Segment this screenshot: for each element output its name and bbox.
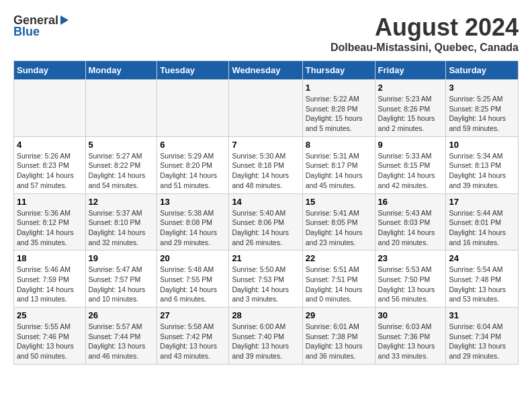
header-cell-friday: Friday <box>375 61 446 80</box>
day-cell: 22Sunrise: 5:51 AM Sunset: 7:51 PM Dayli… <box>302 250 375 308</box>
day-number: 27 <box>160 310 226 320</box>
day-number: 13 <box>160 197 226 207</box>
day-info: Sunrise: 5:41 AM Sunset: 8:05 PM Dayligh… <box>306 208 372 248</box>
day-cell: 7Sunrise: 5:30 AM Sunset: 8:18 PM Daylig… <box>229 136 302 193</box>
day-info: Sunrise: 5:25 AM Sunset: 8:25 PM Dayligh… <box>449 94 515 134</box>
day-number: 9 <box>378 140 443 150</box>
day-number: 19 <box>89 253 154 263</box>
logo: General Blue <box>13 13 69 39</box>
day-info: Sunrise: 5:36 AM Sunset: 8:12 PM Dayligh… <box>17 208 83 248</box>
day-info: Sunrise: 5:37 AM Sunset: 8:10 PM Dayligh… <box>89 208 154 248</box>
day-number: 22 <box>306 253 372 263</box>
day-number: 4 <box>17 140 83 150</box>
day-info: Sunrise: 5:48 AM Sunset: 7:55 PM Dayligh… <box>160 265 226 304</box>
day-info: Sunrise: 5:51 AM Sunset: 7:51 PM Dayligh… <box>306 265 372 304</box>
day-cell: 20Sunrise: 5:48 AM Sunset: 7:55 PM Dayli… <box>157 250 229 308</box>
day-cell <box>85 80 157 137</box>
day-cell: 11Sunrise: 5:36 AM Sunset: 8:12 PM Dayli… <box>14 193 86 250</box>
day-number: 28 <box>232 310 299 320</box>
header-row: SundayMondayTuesdayWednesdayThursdayFrid… <box>14 61 519 80</box>
day-cell: 12Sunrise: 5:37 AM Sunset: 8:10 PM Dayli… <box>85 193 157 250</box>
day-number: 7 <box>232 140 299 150</box>
day-cell: 25Sunrise: 5:55 AM Sunset: 7:46 PM Dayli… <box>14 308 86 365</box>
day-cell <box>157 80 229 137</box>
day-number: 5 <box>89 140 154 150</box>
day-info: Sunrise: 5:23 AM Sunset: 8:26 PM Dayligh… <box>378 94 443 134</box>
day-number: 12 <box>89 197 154 207</box>
day-cell: 27Sunrise: 5:58 AM Sunset: 7:42 PM Dayli… <box>157 308 229 365</box>
day-cell: 31Sunrise: 6:04 AM Sunset: 7:34 PM Dayli… <box>446 308 519 365</box>
week-row-1: 1Sunrise: 5:22 AM Sunset: 8:28 PM Daylig… <box>14 80 519 137</box>
day-info: Sunrise: 6:00 AM Sunset: 7:40 PM Dayligh… <box>232 322 299 361</box>
day-cell: 5Sunrise: 5:27 AM Sunset: 8:22 PM Daylig… <box>85 136 157 193</box>
logo-blue-text: Blue <box>13 25 40 39</box>
day-info: Sunrise: 5:29 AM Sunset: 8:20 PM Dayligh… <box>160 151 226 191</box>
day-number: 31 <box>449 310 515 320</box>
day-info: Sunrise: 5:34 AM Sunset: 8:13 PM Dayligh… <box>449 151 515 191</box>
day-cell: 9Sunrise: 5:33 AM Sunset: 8:15 PM Daylig… <box>375 136 446 193</box>
day-info: Sunrise: 5:26 AM Sunset: 8:23 PM Dayligh… <box>17 151 83 191</box>
day-number: 2 <box>378 83 443 93</box>
day-info: Sunrise: 5:55 AM Sunset: 7:46 PM Dayligh… <box>17 322 83 361</box>
day-info: Sunrise: 5:31 AM Sunset: 8:17 PM Dayligh… <box>306 151 372 191</box>
day-info: Sunrise: 6:01 AM Sunset: 7:38 PM Dayligh… <box>306 322 372 361</box>
header-cell-sunday: Sunday <box>14 61 86 80</box>
day-info: Sunrise: 6:04 AM Sunset: 7:34 PM Dayligh… <box>449 322 515 361</box>
day-cell: 24Sunrise: 5:54 AM Sunset: 7:48 PM Dayli… <box>446 250 519 308</box>
header-cell-tuesday: Tuesday <box>157 61 229 80</box>
day-number: 6 <box>160 140 226 150</box>
logo-arrow-icon <box>60 15 69 25</box>
header-cell-monday: Monday <box>85 61 157 80</box>
day-info: Sunrise: 5:58 AM Sunset: 7:42 PM Dayligh… <box>160 322 226 361</box>
day-number: 14 <box>232 197 299 207</box>
day-cell: 15Sunrise: 5:41 AM Sunset: 8:05 PM Dayli… <box>302 193 375 250</box>
day-cell: 2Sunrise: 5:23 AM Sunset: 8:26 PM Daylig… <box>375 80 446 137</box>
location-subtitle: Dolbeau-Mistassini, Quebec, Canada <box>330 42 519 54</box>
week-row-5: 25Sunrise: 5:55 AM Sunset: 7:46 PM Dayli… <box>14 308 519 365</box>
day-number: 1 <box>306 83 372 93</box>
day-number: 24 <box>449 253 515 263</box>
header-cell-saturday: Saturday <box>446 61 519 80</box>
day-cell: 13Sunrise: 5:38 AM Sunset: 8:08 PM Dayli… <box>157 193 229 250</box>
day-cell: 10Sunrise: 5:34 AM Sunset: 8:13 PM Dayli… <box>446 136 519 193</box>
calendar-table: SundayMondayTuesdayWednesdayThursdayFrid… <box>13 60 519 365</box>
day-cell: 28Sunrise: 6:00 AM Sunset: 7:40 PM Dayli… <box>229 308 302 365</box>
day-number: 8 <box>306 140 372 150</box>
day-info: Sunrise: 5:40 AM Sunset: 8:06 PM Dayligh… <box>232 208 299 248</box>
day-info: Sunrise: 6:03 AM Sunset: 7:36 PM Dayligh… <box>378 322 443 361</box>
day-info: Sunrise: 5:54 AM Sunset: 7:48 PM Dayligh… <box>449 265 515 304</box>
day-cell: 17Sunrise: 5:44 AM Sunset: 8:01 PM Dayli… <box>446 193 519 250</box>
header: General Blue August 2024 Dolbeau-Mistass… <box>13 13 519 54</box>
day-number: 17 <box>449 197 515 207</box>
day-info: Sunrise: 5:43 AM Sunset: 8:03 PM Dayligh… <box>378 208 443 248</box>
day-number: 15 <box>306 197 372 207</box>
day-number: 23 <box>378 253 443 263</box>
title-area: August 2024 Dolbeau-Mistassini, Quebec, … <box>330 13 519 54</box>
day-cell: 26Sunrise: 5:57 AM Sunset: 7:44 PM Dayli… <box>85 308 157 365</box>
day-number: 20 <box>160 253 226 263</box>
day-info: Sunrise: 5:33 AM Sunset: 8:15 PM Dayligh… <box>378 151 443 191</box>
week-row-3: 11Sunrise: 5:36 AM Sunset: 8:12 PM Dayli… <box>14 193 519 250</box>
day-number: 29 <box>306 310 372 320</box>
month-year-title: August 2024 <box>330 13 519 42</box>
week-row-4: 18Sunrise: 5:46 AM Sunset: 7:59 PM Dayli… <box>14 250 519 308</box>
day-cell: 16Sunrise: 5:43 AM Sunset: 8:03 PM Dayli… <box>375 193 446 250</box>
day-info: Sunrise: 5:50 AM Sunset: 7:53 PM Dayligh… <box>232 265 299 304</box>
day-info: Sunrise: 5:44 AM Sunset: 8:01 PM Dayligh… <box>449 208 515 248</box>
day-cell: 14Sunrise: 5:40 AM Sunset: 8:06 PM Dayli… <box>229 193 302 250</box>
day-cell: 3Sunrise: 5:25 AM Sunset: 8:25 PM Daylig… <box>446 80 519 137</box>
day-number: 16 <box>378 197 443 207</box>
day-number: 26 <box>89 310 154 320</box>
day-cell: 6Sunrise: 5:29 AM Sunset: 8:20 PM Daylig… <box>157 136 229 193</box>
day-number: 25 <box>17 310 83 320</box>
day-cell: 18Sunrise: 5:46 AM Sunset: 7:59 PM Dayli… <box>14 250 86 308</box>
day-cell: 30Sunrise: 6:03 AM Sunset: 7:36 PM Dayli… <box>375 308 446 365</box>
day-number: 18 <box>17 253 83 263</box>
day-info: Sunrise: 5:38 AM Sunset: 8:08 PM Dayligh… <box>160 208 226 248</box>
day-number: 21 <box>232 253 299 263</box>
day-info: Sunrise: 5:57 AM Sunset: 7:44 PM Dayligh… <box>89 322 154 361</box>
day-cell: 23Sunrise: 5:53 AM Sunset: 7:50 PM Dayli… <box>375 250 446 308</box>
day-number: 11 <box>17 197 83 207</box>
day-number: 10 <box>449 140 515 150</box>
day-cell: 8Sunrise: 5:31 AM Sunset: 8:17 PM Daylig… <box>302 136 375 193</box>
